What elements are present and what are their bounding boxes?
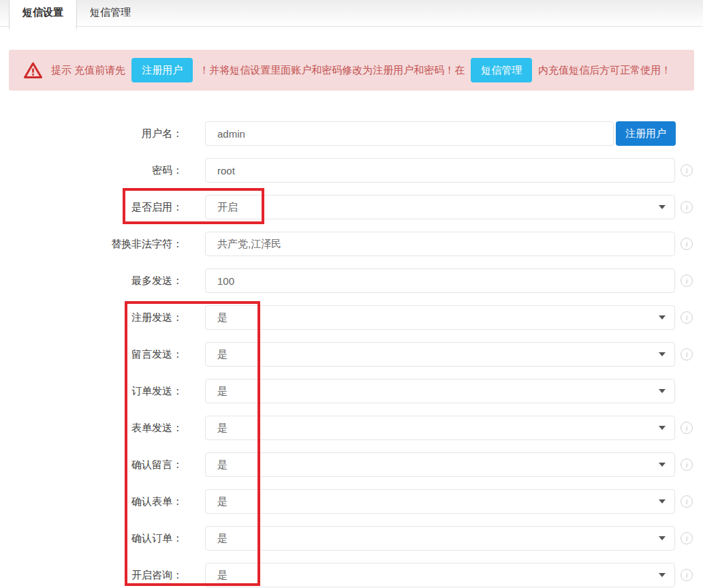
select-input[interactable]: 是 [205,526,675,551]
text-input[interactable] [205,158,675,183]
alert-banner: 提示 充值前请先 注册用户 ！并将短信设置里面账户和密码修改为注册用户和密码！在… [9,50,694,91]
alert-text-prefix: 提示 充值前请先 [51,64,125,77]
select-input[interactable]: 是 [205,379,675,403]
field-label: 密码： [0,164,183,177]
select-input[interactable]: 是 [205,305,675,330]
field-label: 开启咨询： [0,569,183,582]
info-icon: i [681,164,693,176]
select-input[interactable]: 是 [205,416,675,440]
select-value: 是 [217,348,228,361]
form-row: 留言发送： 是 i [0,342,703,367]
info-icon: i [681,495,693,508]
field-wrap: 是 i [205,305,693,330]
form-row: 替换非法字符： i [0,232,703,256]
chevron-down-icon [659,573,666,577]
form-row: 密码： i [0,158,703,183]
select-input[interactable]: 是 [205,452,675,477]
select-value: 是 [217,569,228,582]
field-wrap: 是 i [205,342,693,367]
info-icon: i [681,348,693,360]
field-label: 注册发送： [0,311,183,324]
chevron-down-icon [659,536,666,540]
field-label: 留言发送： [0,348,183,361]
field-label: 替换非法字符： [0,238,183,251]
text-input[interactable] [205,268,675,293]
tab-sms-settings[interactable]: 短信设置 [9,0,77,29]
field-label: 最多发送： [0,275,183,288]
select-value: 是 [217,532,228,545]
tab-sms-management[interactable]: 短信管理 [77,0,144,26]
text-input[interactable] [205,121,614,146]
info-icon: i [681,532,693,544]
form-row: 最多发送： i [0,268,703,293]
select-input[interactable]: 是 [205,563,675,587]
select-value: 开启 [217,201,238,214]
chevron-down-icon [659,499,666,504]
field-wrap: 开启 i [205,195,693,219]
form-row: 用户名： 注册用户 [0,121,703,146]
select-value: 是 [217,422,228,435]
field-label: 确认表单： [0,495,183,508]
warning-triangle-icon [24,62,42,79]
field-label: 确认订单： [0,532,183,545]
info-icon: i [681,422,693,434]
select-input[interactable]: 开启 [205,195,675,219]
chevron-down-icon [659,463,666,467]
form-row: 开启咨询： 是 i [0,563,703,587]
info-icon: i [681,459,693,471]
form-row: 订单发送： 是 [0,379,703,403]
field-wrap: 是 i [205,526,693,551]
chevron-down-icon [659,205,666,209]
info-icon: i [681,311,693,324]
select-value: 是 [217,459,228,471]
select-value: 是 [217,311,228,324]
form-row: 确认订单： 是 i [0,526,703,551]
form-row: 注册发送： 是 i [0,305,703,330]
text-input[interactable] [205,232,675,256]
field-wrap: 是 i [205,416,693,440]
field-wrap: 是 i [205,489,693,514]
sms-settings-form: 用户名： 注册用户 密码： i 是否启用： 开启 i 替换非法字 [0,121,703,587]
field-label: 确认留言： [0,459,183,471]
chevron-down-icon [659,389,666,393]
register-user-banner-button[interactable]: 注册用户 [131,58,193,82]
info-icon: i [681,238,693,250]
field-wrap: 是 i [205,563,693,587]
field-label: 表单发送： [0,422,183,435]
alert-text-middle: ！并将短信设置里面账户和密码修改为注册用户和密码！在 [199,64,465,77]
form-row: 表单发送： 是 i [0,416,703,440]
info-icon: i [681,201,693,213]
field-label: 订单发送： [0,385,183,398]
chevron-down-icon [659,352,666,356]
chevron-down-icon [659,426,666,430]
form-row: 确认留言： 是 i [0,452,703,477]
form-row: 确认表单： 是 i [0,489,703,514]
alert-text-suffix: 内充值短信后方可正常使用！ [538,64,671,77]
field-wrap: 是 i [205,452,693,477]
register-user-button[interactable]: 注册用户 [616,121,676,146]
form-row: 是否启用： 开启 i [0,195,703,219]
info-icon: i [681,275,693,287]
chevron-down-icon [659,315,666,320]
select-input[interactable]: 是 [205,489,675,514]
select-value: 是 [217,495,228,508]
field-wrap: 是 [205,379,675,403]
info-icon: i [681,569,693,581]
sms-management-banner-button[interactable]: 短信管理 [471,58,532,82]
select-value: 是 [217,385,228,398]
field-wrap: i [205,158,693,183]
field-label: 用户名： [0,127,183,140]
field-label: 是否启用： [0,201,183,214]
tab-bar: 短信设置 短信管理 [0,0,703,27]
field-wrap: i [205,232,693,256]
field-wrap: i [205,268,693,293]
select-input[interactable]: 是 [205,342,675,367]
field-wrap: 注册用户 [205,121,676,146]
